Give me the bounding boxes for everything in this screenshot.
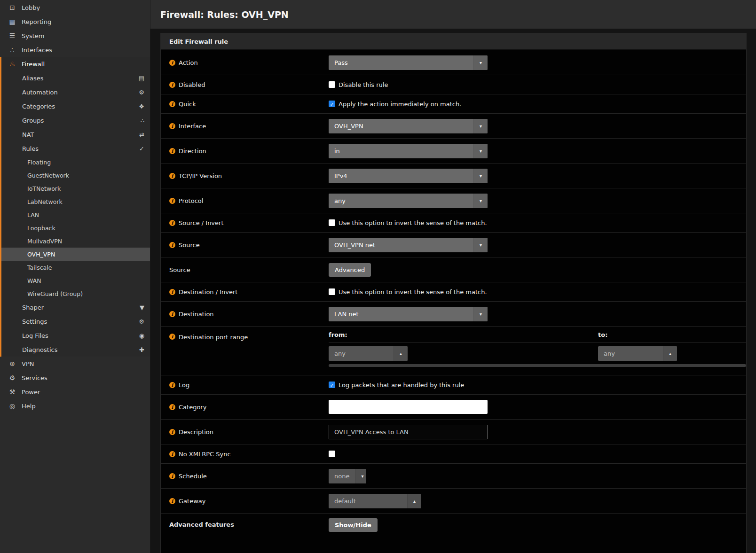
source-invert-checkbox[interactable] [329,219,335,226]
field-label: Source / Invert [179,219,224,226]
info-icon[interactable] [169,242,175,248]
sidebar-item-lobby[interactable]: ⊡ Lobby [0,0,150,15]
source-select[interactable]: OVH_VPN net ▾ [329,238,488,252]
port-from-select[interactable]: any ▴ [329,346,408,361]
sidebar-item-ovh-vpn[interactable]: OVH_VPN [1,248,150,261]
sidebar-item-wireguard-group[interactable]: WireGuard (Group) [1,287,150,300]
source-advanced-button[interactable]: Advanced [329,263,371,277]
action-select[interactable]: Pass ▾ [329,55,488,70]
show-hide-advanced-button[interactable]: Show/Hide [329,518,378,532]
sidebar-item-power[interactable]: ⚒ Power [0,385,150,399]
port-to-select[interactable]: any ▴ [598,346,677,361]
sidebar-item-automation[interactable]: Automation ⚙ [1,85,150,99]
field-label: TCP/IP Version [179,172,222,179]
info-icon[interactable] [169,173,175,179]
info-icon[interactable] [169,198,175,204]
sitemap-icon: ∴ [7,46,17,54]
info-icon[interactable] [169,82,175,88]
field-label: Disabled [179,81,205,88]
info-icon[interactable] [169,220,175,226]
schedule-select[interactable]: none ▾ [329,469,366,483]
category-input[interactable] [329,400,488,414]
sidebar-item-iotnetwork[interactable]: IoTNetwork [1,182,150,195]
sidebar-item-shaper[interactable]: Shaper ▼ [1,300,150,314]
row-tcpip-version: TCP/IP Version IPv4 ▾ [161,164,746,188]
no-xmlrpc-sync-checkbox[interactable] [329,451,335,457]
info-icon[interactable] [169,473,175,479]
sidebar-item-categories[interactable]: Categories ❖ [1,99,150,113]
sidebar-item-aliases[interactable]: Aliases ▤ [1,71,150,85]
sidebar-item-system[interactable]: ☰ System [0,29,150,43]
info-icon[interactable] [169,404,175,410]
destination-select[interactable]: LAN net ▾ [329,307,488,321]
field-label: Advanced features [169,521,234,528]
row-source: Source OVH_VPN net ▾ [161,233,746,257]
interface-select[interactable]: OVH_VPN ▾ [329,119,488,133]
sidebar-item-services[interactable]: ⚙ Services [0,371,150,385]
chevron-down-icon: ▾ [473,194,488,208]
chevron-down-icon: ▾ [473,238,488,252]
sidebar-item-settings[interactable]: Settings ⚙ [1,314,150,328]
row-destination-invert: Destination / Invert Use this option to … [161,282,746,302]
sidebar-item-groups[interactable]: Groups ∴ [1,113,150,127]
sidebar-item-nat[interactable]: NAT ⇄ [1,127,150,141]
sidebar-item-help[interactable]: ◎ Help [0,399,150,413]
field-label: Action [179,59,198,66]
direction-select[interactable]: in ▾ [329,144,488,158]
sidebar-item-labnetwork[interactable]: LabNetwork [1,195,150,208]
tcpip-version-select[interactable]: IPv4 ▾ [329,169,488,183]
sidebar-item-lan[interactable]: LAN [1,208,150,221]
sidebar-item-interfaces[interactable]: ∴ Interfaces [0,43,150,57]
info-icon[interactable] [169,123,175,129]
info-icon[interactable] [169,382,175,388]
dashboard-icon: ⊡ [7,4,17,11]
sidebar-item-rules[interactable]: Rules ✓ [1,141,150,156]
chevron-up-icon: ▴ [663,346,677,361]
sidebar-item-guestnetwork[interactable]: GuestNetwork [1,169,150,182]
info-icon[interactable] [169,60,175,66]
chart-icon: ▦ [7,18,17,25]
log-checkbox[interactable] [329,382,335,388]
protocol-select[interactable]: any ▾ [329,194,488,208]
field-label: Quick [179,101,196,108]
info-icon[interactable] [169,451,175,457]
description-input[interactable]: OVH_VPN Access to LAN [329,425,488,439]
info-icon[interactable] [169,148,175,154]
sidebar-item-diagnostics[interactable]: Diagnostics ✚ [1,343,150,357]
disabled-checkbox[interactable] [329,81,335,88]
sidebar-item-wan[interactable]: WAN [1,274,150,287]
checkbox-label: Log packets that are handled by this rul… [339,382,464,389]
sidebar-item-loopback[interactable]: Loopback [1,221,150,234]
row-action: Action Pass ▾ [161,50,746,75]
app-window: ⊡ Lobby ▦ Reporting ☰ System ∴ Interface… [0,0,756,553]
info-icon[interactable] [169,429,175,435]
medkit-icon: ✚ [139,346,144,353]
destination-invert-checkbox[interactable] [329,288,335,295]
checkbox-label: Disable this rule [339,81,388,88]
info-icon[interactable] [169,289,175,295]
row-no-xmlrpc-sync: No XMLRPC Sync [161,444,746,464]
quick-checkbox[interactable] [329,101,335,107]
sidebar: ⊡ Lobby ▦ Reporting ☰ System ∴ Interface… [0,0,150,553]
info-icon[interactable] [169,311,175,317]
horizontal-scrollbar[interactable] [329,364,746,367]
chevron-down-icon: ▾ [473,169,488,183]
gateway-select[interactable]: default ▴ [329,494,421,508]
main-area: Firewall: Rules: OVH_VPN Edit Firewall r… [150,0,756,553]
sidebar-item-firewall[interactable]: ♨ Firewall [1,57,150,71]
sidebar-item-mullvadvpn[interactable]: MullvadVPN [1,234,150,248]
info-icon[interactable] [169,334,175,340]
info-icon[interactable] [169,101,175,107]
info-icon[interactable] [169,498,175,504]
field-label: Description [179,428,213,436]
sidebar-item-log-files[interactable]: Log Files ◉ [1,328,150,343]
field-label: Source [169,266,190,273]
sidebar-item-floating[interactable]: Floating [1,156,150,169]
sidebar-item-reporting[interactable]: ▦ Reporting [0,15,150,29]
sidebar-item-vpn[interactable]: ⊕ VPN [0,357,150,371]
sidebar-item-tailscale[interactable]: Tailscale [1,261,150,274]
row-description: Description OVH_VPN Access to LAN [161,420,746,444]
field-label: Gateway [179,498,205,505]
port-to-header: to: [598,331,607,338]
fire-icon: ♨ [7,60,17,68]
